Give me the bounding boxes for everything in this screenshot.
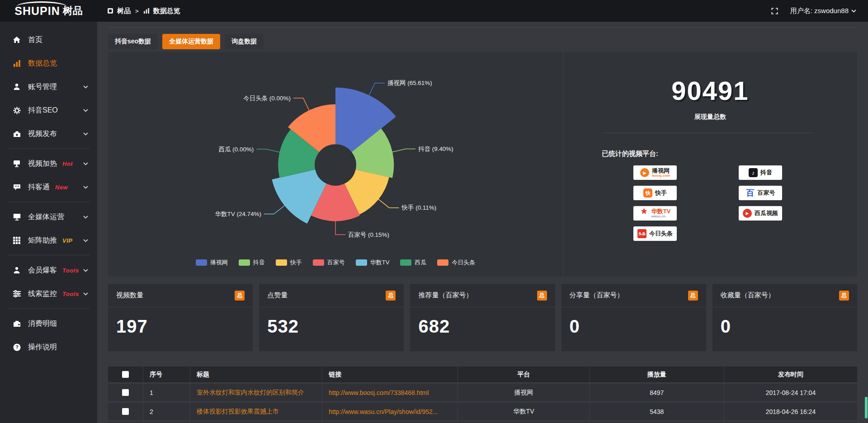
platform-badge-text: 西瓜视频	[755, 210, 778, 216]
table-row: 2楼体投影灯投影效果震撼上市http://www.wasu.cn/Play/sh…	[108, 403, 857, 422]
sidebar-item-会员爆客[interactable]: 会员爆客Tools	[0, 258, 97, 282]
column-header-time: 发布时间	[724, 367, 857, 384]
platform-badge-西瓜视频[interactable]: ▶西瓜视频	[739, 206, 782, 221]
chevron-down-icon	[851, 9, 856, 13]
stat-card-推荐量（百家号）: 推荐量（百家号）总682	[410, 284, 555, 351]
legend-item-播视网[interactable]: 播视网	[196, 258, 228, 267]
pie-label: 西瓜 (0.00%)	[219, 146, 254, 153]
video-url-link[interactable]: http://www.boosj.com/7338468.html	[329, 389, 429, 396]
summary-panel: 90491 展现量总数 已统计的视频平台: ▶播视网boosj.com♪抖音快快…	[563, 52, 857, 277]
chevron-down-icon	[83, 292, 88, 296]
sidebar-item-首页[interactable]: 首页	[0, 28, 97, 52]
toutiao-logo: 头条	[637, 229, 646, 238]
legend-item-百家号[interactable]: 百家号	[313, 258, 345, 267]
platform-badge-text: 百家号	[758, 190, 775, 196]
column-header-checkbox	[108, 367, 143, 384]
breadcrumb-root[interactable]: 树品	[117, 7, 131, 15]
platform-badge-播视网[interactable]: ▶播视网boosj.com	[633, 165, 677, 180]
platform-badge-text: 今日头条	[649, 230, 673, 237]
platform-name: 抖音	[760, 169, 772, 176]
wallet-icon	[12, 320, 21, 327]
douyin-logo: ♪	[749, 168, 758, 177]
cell-checkbox	[108, 384, 143, 403]
breadcrumb-current[interactable]: 数据总览	[153, 7, 180, 15]
sidebar-item-消费明细[interactable]: 消费明细	[0, 312, 97, 335]
scrollbar-thumb[interactable]	[865, 397, 868, 418]
legend-item-快手[interactable]: 快手	[276, 258, 302, 267]
video-url-link[interactable]: http://www.wasu.cn/Play/show/id/952...	[329, 408, 438, 415]
pie-label-line	[256, 149, 280, 152]
sidebar-item-线索监控[interactable]: 线索监控Tools	[0, 282, 97, 306]
video-heat-icon	[12, 160, 21, 167]
platform-name: 华数TV	[651, 208, 671, 215]
stat-cards-row: 视频数量总197点赞量总532推荐量（百家号）总682分享量（百家号）总0收藏量…	[108, 284, 857, 351]
row-checkbox[interactable]	[122, 408, 129, 415]
sidebar-item-label: 视频加热	[28, 159, 57, 169]
select-all-checkbox[interactable]	[122, 371, 129, 378]
legend-item-西瓜[interactable]: 西瓜	[400, 258, 426, 267]
total-badge[interactable]: 总	[235, 291, 245, 301]
sidebar-item-label: 消费明细	[28, 319, 57, 329]
filter-icon	[12, 290, 21, 297]
platform-badge-百家号[interactable]: 百百家号	[739, 186, 782, 200]
stat-card-header: 推荐量（百家号）总	[410, 284, 555, 307]
sidebar-item-视频发布[interactable]: 视频发布	[0, 122, 97, 146]
chevron-down-icon	[83, 109, 88, 112]
cell-time: 2018-04-26 16:24	[724, 403, 857, 422]
sidebar-item-抖客通[interactable]: 抖客通New	[0, 175, 97, 199]
sidebar-item-全媒体运营[interactable]: 全媒体运营	[0, 205, 97, 229]
app-logo[interactable]: SHUPIN 树品	[0, 0, 97, 22]
column-header-platform: 平台	[458, 367, 590, 384]
tab-询盘数据[interactable]: 询盘数据	[225, 34, 264, 49]
row-checkbox[interactable]	[122, 389, 129, 396]
stat-card-value: 682	[410, 307, 555, 337]
user-menu[interactable]: 用户名: zswodun88	[790, 7, 856, 15]
legend-label: 快手	[290, 258, 302, 267]
platform-grid: ▶播视网boosj.com♪抖音快快手百百家号*华数TVwasu.cn▶西瓜视频…	[633, 165, 857, 241]
legend-item-今日头条[interactable]: 今日头条	[437, 258, 475, 267]
fullscreen-icon[interactable]	[771, 7, 778, 15]
sidebar-item-操作说明[interactable]: ?操作说明	[0, 335, 97, 359]
screen-icon	[12, 213, 21, 221]
legend-swatch	[437, 259, 448, 266]
total-badge[interactable]: 总	[537, 291, 547, 301]
table-row: 1室外水纹灯和室内水纹灯的区别和简介http://www.boosj.com/7…	[108, 384, 857, 403]
platform-badge-text: 播视网boosj.com	[652, 168, 670, 178]
platform-badge-抖音[interactable]: ♪抖音	[739, 165, 782, 180]
gear-icon	[12, 107, 21, 114]
platform-name: 播视网	[652, 168, 670, 174]
pie-label-line	[369, 83, 385, 96]
legend-swatch	[196, 259, 207, 266]
platform-badge-华数TV[interactable]: *华数TVwasu.cn	[633, 206, 677, 221]
legend-item-抖音[interactable]: 抖音	[239, 258, 265, 267]
sidebar-item-账号管理[interactable]: 账号管理	[0, 75, 97, 99]
platform-badge-快手[interactable]: 快快手	[633, 186, 677, 200]
platform-badge-今日头条[interactable]: 头条今日头条	[633, 226, 677, 241]
total-badge[interactable]: 总	[688, 291, 698, 301]
platform-badge-text: 抖音	[760, 169, 772, 176]
tab-抖音seo数据[interactable]: 抖音seo数据	[108, 34, 158, 49]
sidebar-item-label: 视频发布	[28, 129, 57, 139]
table-header-row: 序号标题链接平台播放量发布时间	[108, 367, 857, 384]
kuaishou-logo: 快	[643, 188, 652, 197]
breadcrumb-separator: >	[135, 8, 139, 14]
cell-platform: 华数TV	[458, 403, 590, 422]
total-badge[interactable]: 总	[386, 291, 396, 301]
legend-item-华数TV[interactable]: 华数TV	[356, 258, 390, 267]
sidebar-item-数据总览[interactable]: 数据总览	[0, 52, 97, 75]
sidebar-divider	[7, 308, 90, 309]
total-badge[interactable]: 总	[839, 291, 849, 301]
data-tabs: 抖音seo数据全媒体运营数据询盘数据	[108, 34, 857, 49]
cell-index: 1	[143, 384, 190, 403]
platform-domain: wasu.cn	[651, 215, 666, 218]
stat-card-label: 收藏量（百家号）	[721, 291, 775, 300]
sidebar-divider	[7, 255, 90, 255]
sidebar-item-抖音SEO[interactable]: 抖音SEO	[0, 99, 97, 122]
tab-全媒体运营数据[interactable]: 全媒体运营数据	[162, 34, 220, 49]
stat-card-header: 点赞量总	[259, 284, 404, 307]
sidebar-item-视频加热[interactable]: 视频加热Hot	[0, 152, 97, 175]
video-title-link[interactable]: 楼体投影灯投影效果震撼上市	[197, 408, 279, 415]
sidebar-item-矩阵助推[interactable]: 矩阵助推VIP	[0, 229, 97, 252]
sidebar-item-badge: Tools	[62, 291, 79, 297]
video-title-link[interactable]: 室外水纹灯和室内水纹灯的区别和简介	[197, 389, 304, 396]
